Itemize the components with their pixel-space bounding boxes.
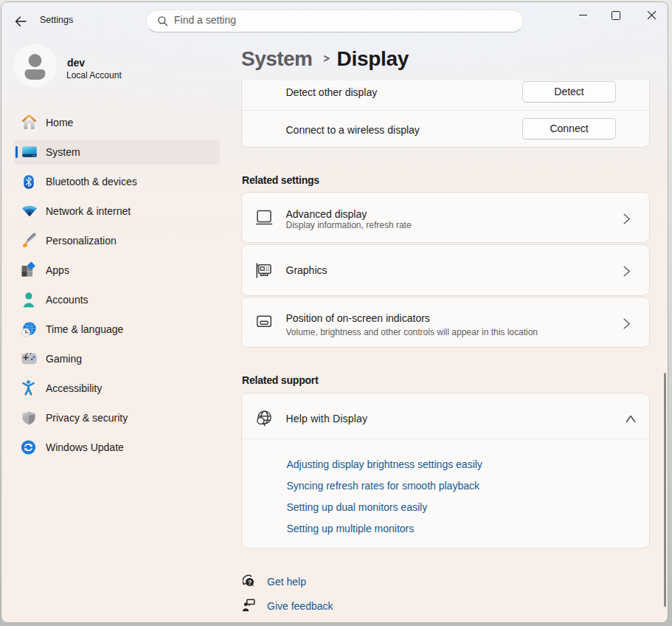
svg-text:?: ? xyxy=(248,579,252,586)
